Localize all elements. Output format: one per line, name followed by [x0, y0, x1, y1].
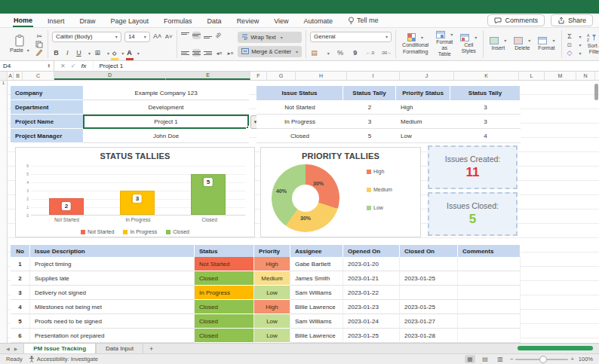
page-layout-view-button[interactable]: ▤ [480, 355, 490, 363]
horizontal-scrollbar-thumb[interactable] [518, 346, 593, 350]
cell-assignee[interactable]: Billie Lawrence [290, 300, 343, 314]
tab-automate[interactable]: Automate [303, 15, 334, 26]
column-header-f[interactable]: F [250, 72, 267, 80]
cell-assignee[interactable]: Gabe Bartlett [290, 257, 343, 271]
format-painter-button[interactable] [35, 49, 44, 57]
column-header-k[interactable]: K [454, 72, 519, 80]
cell-assignee[interactable]: Sam Williams [290, 314, 343, 329]
clear-button[interactable]: ◇ [566, 49, 574, 57]
cell[interactable]: 3 [450, 115, 521, 129]
cell[interactable]: Not Started [256, 100, 343, 115]
cell[interactable]: 2 [343, 100, 396, 115]
align-middle-button[interactable] [192, 32, 201, 39]
issues-header-comments[interactable]: Comments [458, 245, 521, 257]
increase-font-button[interactable]: A˄ [153, 32, 161, 41]
priority-tallies-chart[interactable]: PRIORITY TALLIES 30% 30% 40% High Medium… [260, 147, 421, 237]
tally-header-priority-status[interactable]: Priority Status [396, 86, 450, 100]
currency-format-button[interactable]: ▤ [310, 49, 318, 57]
autosum-button[interactable]: Σ [566, 32, 574, 41]
select-all-corner[interactable] [0, 72, 8, 80]
cell-closed[interactable]: 2023-01-25 [400, 271, 458, 286]
selected-cell-d4[interactable]: Project 1 [83, 115, 249, 129]
issues-header-status[interactable]: Status [195, 245, 254, 257]
percent-format-button[interactable]: % [336, 49, 345, 57]
column-header-a[interactable]: A [8, 72, 14, 80]
cell-comments[interactable] [458, 271, 521, 286]
cell[interactable]: 5 [343, 129, 396, 143]
fill-color-button[interactable]: ◇ [112, 50, 116, 56]
format-as-table-button[interactable]: ▾ Format as Table [434, 31, 455, 57]
comma-format-button[interactable]: 9 [351, 49, 359, 57]
cell-no[interactable]: 2 [11, 271, 30, 286]
cell-no[interactable]: 1 [11, 257, 30, 271]
cell-status[interactable]: Closed [195, 329, 254, 343]
align-bottom-button[interactable] [204, 32, 212, 39]
cell-opened[interactable]: 2023-01-24 [343, 314, 400, 329]
cell-closed[interactable]: 2023-01-27 [400, 314, 458, 329]
merge-center-button[interactable]: Merge & Center▾ [238, 46, 302, 57]
cell-comments[interactable] [458, 329, 521, 343]
cell[interactable]: Medium [396, 115, 450, 129]
cell-description[interactable]: Proofs need to be signed [30, 314, 195, 329]
cell-status[interactable]: In Progress [195, 286, 254, 300]
insert-function-icon[interactable]: fx [81, 63, 86, 69]
spreadsheet-grid[interactable]: 1 Company Example Company 123 Department… [0, 81, 599, 343]
cell-no[interactable]: 5 [11, 314, 30, 329]
cell-opened[interactable]: 2023-01-25 [343, 329, 400, 343]
prev-sheet-button[interactable]: ◀ [6, 346, 10, 351]
cell-description[interactable]: Milestones not being met [30, 300, 195, 314]
row-headers[interactable]: 1 [0, 81, 8, 343]
cell-opened[interactable]: 2023-01-22 [343, 286, 400, 300]
column-header-l[interactable]: L [519, 72, 545, 80]
cell[interactable]: 3 [450, 100, 521, 115]
insert-cells-button[interactable]: ▾ Insert [487, 37, 508, 51]
align-right-button[interactable] [204, 49, 212, 57]
paste-button[interactable]: Paste ▾ [7, 34, 32, 54]
zoom-slider-knob[interactable] [539, 356, 547, 363]
comments-button[interactable]: Comments [487, 14, 545, 26]
issues-header-closed[interactable]: Closed On [400, 245, 458, 257]
name-box-stepper[interactable]: ▲▼ [48, 64, 51, 68]
vertical-scrollbar[interactable] [594, 82, 598, 338]
cell-comments[interactable] [458, 257, 521, 271]
cell-priority[interactable]: High [254, 300, 290, 314]
tab-formulas[interactable]: Formulas [163, 15, 193, 26]
cell-closed[interactable] [400, 286, 458, 300]
cell-priority[interactable]: Low [254, 314, 290, 329]
cell-comments[interactable] [458, 300, 521, 314]
column-header-b[interactable]: B [14, 72, 23, 80]
decrease-indent-button[interactable]: ◂≡ [215, 49, 223, 57]
orientation-button[interactable]: ab [214, 31, 222, 38]
cell-no[interactable]: 6 [11, 329, 30, 343]
cell-opened[interactable]: 2023-01-20 [343, 257, 400, 271]
cell[interactable]: Low [396, 129, 450, 143]
cancel-entry-icon[interactable]: ✕ [60, 63, 66, 69]
info-value-company[interactable]: Example Company 123 [83, 86, 249, 100]
cell[interactable]: 4 [450, 129, 521, 143]
conditional-formatting-button[interactable]: ▾ Conditional Formatting [400, 33, 431, 54]
column-header-c[interactable]: C [23, 72, 54, 80]
borders-button[interactable]: ⊞ [94, 49, 102, 57]
status-tallies-chart[interactable]: STATUS TALLIES 6 5 4 3 2 1 0 2 3 5 [15, 147, 255, 237]
cell-opened[interactable]: 2023-01-21 [343, 271, 400, 286]
cell[interactable]: In Progress [256, 115, 343, 129]
cell-assignee[interactable]: Billie Lawrence [290, 329, 343, 343]
info-label-department[interactable]: Department [11, 100, 83, 115]
cell-closed[interactable]: 2023-01-25 [400, 300, 458, 314]
cell-no[interactable]: 3 [11, 286, 30, 300]
underline-button[interactable]: U [75, 49, 83, 57]
wrap-text-button[interactable]: Wrap Text▾ [238, 32, 302, 43]
tally-header-status-tally[interactable]: Status Tally [343, 86, 396, 100]
cell-description[interactable]: Presentation not prepared [30, 329, 195, 343]
column-header-h[interactable]: H [296, 72, 347, 80]
zoom-out-button[interactable]: − [510, 356, 513, 362]
cell-description[interactable]: Delivery not signed [30, 286, 195, 300]
sort-filter-button[interactable]: AZ ▾ Sort & Filter [585, 33, 599, 55]
info-label-project-name[interactable]: Project Name [11, 115, 83, 129]
zoom-slider[interactable]: − + [510, 356, 574, 362]
delete-cells-button[interactable]: ▾ Delete [511, 37, 533, 51]
tab-review[interactable]: Review [236, 15, 260, 26]
vertical-scrollbar-thumb[interactable] [594, 84, 598, 100]
cell-no[interactable]: 4 [11, 300, 30, 314]
font-name-select[interactable]: Calibri (Body)▾ [52, 32, 121, 42]
